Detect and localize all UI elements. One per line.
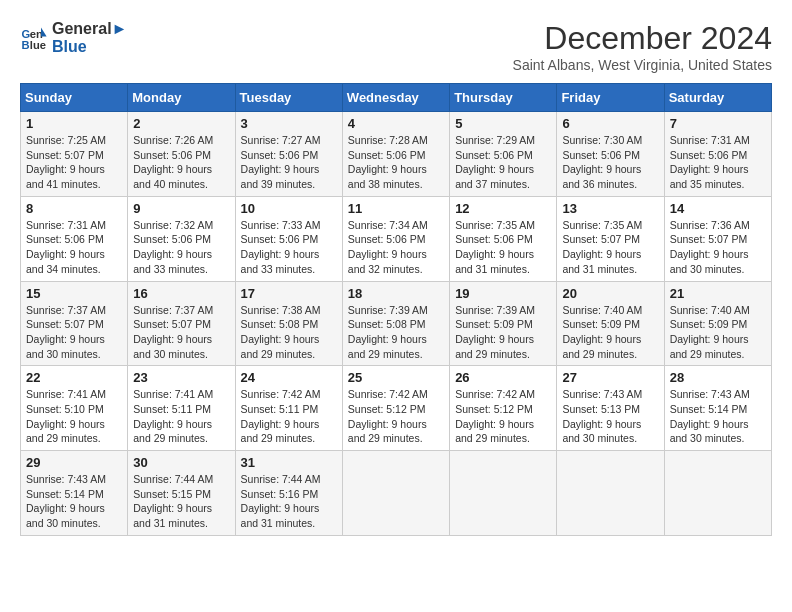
weekday-header-thursday: Thursday <box>450 84 557 112</box>
calendar-cell: 4Sunrise: 7:28 AMSunset: 5:06 PMDaylight… <box>342 112 449 197</box>
calendar-week-row: 22Sunrise: 7:41 AMSunset: 5:10 PMDayligh… <box>21 366 772 451</box>
day-info: Sunrise: 7:39 AMSunset: 5:09 PMDaylight:… <box>455 303 551 362</box>
calendar-cell: 2Sunrise: 7:26 AMSunset: 5:06 PMDaylight… <box>128 112 235 197</box>
day-number: 9 <box>133 201 229 216</box>
svg-text:G: G <box>21 28 30 40</box>
day-number: 11 <box>348 201 444 216</box>
calendar-cell: 10Sunrise: 7:33 AMSunset: 5:06 PMDayligh… <box>235 196 342 281</box>
calendar-cell: 28Sunrise: 7:43 AMSunset: 5:14 PMDayligh… <box>664 366 771 451</box>
calendar-cell: 22Sunrise: 7:41 AMSunset: 5:10 PMDayligh… <box>21 366 128 451</box>
day-number: 13 <box>562 201 658 216</box>
calendar-week-row: 1Sunrise: 7:25 AMSunset: 5:07 PMDaylight… <box>21 112 772 197</box>
day-number: 12 <box>455 201 551 216</box>
calendar-cell: 24Sunrise: 7:42 AMSunset: 5:11 PMDayligh… <box>235 366 342 451</box>
day-info: Sunrise: 7:34 AMSunset: 5:06 PMDaylight:… <box>348 218 444 277</box>
page-title: December 2024 <box>513 20 772 57</box>
calendar-cell <box>342 451 449 536</box>
calendar-cell: 29Sunrise: 7:43 AMSunset: 5:14 PMDayligh… <box>21 451 128 536</box>
calendar-cell: 13Sunrise: 7:35 AMSunset: 5:07 PMDayligh… <box>557 196 664 281</box>
logo-icon: G en B lue <box>20 24 48 52</box>
logo-text: General► Blue <box>52 20 127 56</box>
day-number: 7 <box>670 116 766 131</box>
day-info: Sunrise: 7:27 AMSunset: 5:06 PMDaylight:… <box>241 133 337 192</box>
day-number: 16 <box>133 286 229 301</box>
calendar-cell: 5Sunrise: 7:29 AMSunset: 5:06 PMDaylight… <box>450 112 557 197</box>
day-info: Sunrise: 7:25 AMSunset: 5:07 PMDaylight:… <box>26 133 122 192</box>
day-number: 10 <box>241 201 337 216</box>
day-info: Sunrise: 7:39 AMSunset: 5:08 PMDaylight:… <box>348 303 444 362</box>
day-number: 31 <box>241 455 337 470</box>
calendar-table: SundayMondayTuesdayWednesdayThursdayFrid… <box>20 83 772 536</box>
day-info: Sunrise: 7:43 AMSunset: 5:14 PMDaylight:… <box>26 472 122 531</box>
calendar-week-row: 15Sunrise: 7:37 AMSunset: 5:07 PMDayligh… <box>21 281 772 366</box>
day-number: 20 <box>562 286 658 301</box>
day-number: 1 <box>26 116 122 131</box>
day-info: Sunrise: 7:37 AMSunset: 5:07 PMDaylight:… <box>26 303 122 362</box>
calendar-cell: 3Sunrise: 7:27 AMSunset: 5:06 PMDaylight… <box>235 112 342 197</box>
day-number: 26 <box>455 370 551 385</box>
calendar-cell: 15Sunrise: 7:37 AMSunset: 5:07 PMDayligh… <box>21 281 128 366</box>
calendar-cell: 14Sunrise: 7:36 AMSunset: 5:07 PMDayligh… <box>664 196 771 281</box>
calendar-cell <box>664 451 771 536</box>
page-subtitle: Saint Albans, West Virginia, United Stat… <box>513 57 772 73</box>
day-number: 24 <box>241 370 337 385</box>
day-number: 18 <box>348 286 444 301</box>
day-number: 17 <box>241 286 337 301</box>
calendar-cell <box>557 451 664 536</box>
day-info: Sunrise: 7:37 AMSunset: 5:07 PMDaylight:… <box>133 303 229 362</box>
day-number: 3 <box>241 116 337 131</box>
day-number: 6 <box>562 116 658 131</box>
calendar-cell: 16Sunrise: 7:37 AMSunset: 5:07 PMDayligh… <box>128 281 235 366</box>
weekday-header-tuesday: Tuesday <box>235 84 342 112</box>
day-info: Sunrise: 7:32 AMSunset: 5:06 PMDaylight:… <box>133 218 229 277</box>
day-info: Sunrise: 7:43 AMSunset: 5:13 PMDaylight:… <box>562 387 658 446</box>
calendar-cell: 25Sunrise: 7:42 AMSunset: 5:12 PMDayligh… <box>342 366 449 451</box>
calendar-cell: 27Sunrise: 7:43 AMSunset: 5:13 PMDayligh… <box>557 366 664 451</box>
day-info: Sunrise: 7:29 AMSunset: 5:06 PMDaylight:… <box>455 133 551 192</box>
calendar-cell: 7Sunrise: 7:31 AMSunset: 5:06 PMDaylight… <box>664 112 771 197</box>
day-number: 2 <box>133 116 229 131</box>
day-number: 22 <box>26 370 122 385</box>
day-info: Sunrise: 7:30 AMSunset: 5:06 PMDaylight:… <box>562 133 658 192</box>
day-info: Sunrise: 7:35 AMSunset: 5:06 PMDaylight:… <box>455 218 551 277</box>
calendar-cell: 11Sunrise: 7:34 AMSunset: 5:06 PMDayligh… <box>342 196 449 281</box>
calendar-cell: 8Sunrise: 7:31 AMSunset: 5:06 PMDaylight… <box>21 196 128 281</box>
svg-text:B: B <box>21 39 29 51</box>
day-number: 25 <box>348 370 444 385</box>
day-number: 15 <box>26 286 122 301</box>
day-info: Sunrise: 7:31 AMSunset: 5:06 PMDaylight:… <box>670 133 766 192</box>
day-info: Sunrise: 7:28 AMSunset: 5:06 PMDaylight:… <box>348 133 444 192</box>
day-info: Sunrise: 7:31 AMSunset: 5:06 PMDaylight:… <box>26 218 122 277</box>
day-info: Sunrise: 7:40 AMSunset: 5:09 PMDaylight:… <box>670 303 766 362</box>
day-number: 30 <box>133 455 229 470</box>
day-info: Sunrise: 7:42 AMSunset: 5:12 PMDaylight:… <box>348 387 444 446</box>
calendar-cell: 18Sunrise: 7:39 AMSunset: 5:08 PMDayligh… <box>342 281 449 366</box>
calendar-cell: 9Sunrise: 7:32 AMSunset: 5:06 PMDaylight… <box>128 196 235 281</box>
calendar-cell: 20Sunrise: 7:40 AMSunset: 5:09 PMDayligh… <box>557 281 664 366</box>
day-number: 8 <box>26 201 122 216</box>
weekday-header-friday: Friday <box>557 84 664 112</box>
weekday-header-saturday: Saturday <box>664 84 771 112</box>
calendar-cell: 17Sunrise: 7:38 AMSunset: 5:08 PMDayligh… <box>235 281 342 366</box>
calendar-cell: 1Sunrise: 7:25 AMSunset: 5:07 PMDaylight… <box>21 112 128 197</box>
page-header: G en B lue General► Blue December 2024 S… <box>20 20 772 73</box>
day-number: 27 <box>562 370 658 385</box>
day-info: Sunrise: 7:36 AMSunset: 5:07 PMDaylight:… <box>670 218 766 277</box>
day-number: 19 <box>455 286 551 301</box>
calendar-cell: 30Sunrise: 7:44 AMSunset: 5:15 PMDayligh… <box>128 451 235 536</box>
title-section: December 2024 Saint Albans, West Virgini… <box>513 20 772 73</box>
day-info: Sunrise: 7:44 AMSunset: 5:16 PMDaylight:… <box>241 472 337 531</box>
calendar-week-row: 8Sunrise: 7:31 AMSunset: 5:06 PMDaylight… <box>21 196 772 281</box>
logo: G en B lue General► Blue <box>20 20 127 56</box>
day-info: Sunrise: 7:44 AMSunset: 5:15 PMDaylight:… <box>133 472 229 531</box>
calendar-cell: 21Sunrise: 7:40 AMSunset: 5:09 PMDayligh… <box>664 281 771 366</box>
day-number: 21 <box>670 286 766 301</box>
day-number: 4 <box>348 116 444 131</box>
day-number: 23 <box>133 370 229 385</box>
calendar-cell: 31Sunrise: 7:44 AMSunset: 5:16 PMDayligh… <box>235 451 342 536</box>
calendar-cell: 23Sunrise: 7:41 AMSunset: 5:11 PMDayligh… <box>128 366 235 451</box>
day-info: Sunrise: 7:41 AMSunset: 5:11 PMDaylight:… <box>133 387 229 446</box>
day-number: 5 <box>455 116 551 131</box>
weekday-header-row: SundayMondayTuesdayWednesdayThursdayFrid… <box>21 84 772 112</box>
day-number: 28 <box>670 370 766 385</box>
